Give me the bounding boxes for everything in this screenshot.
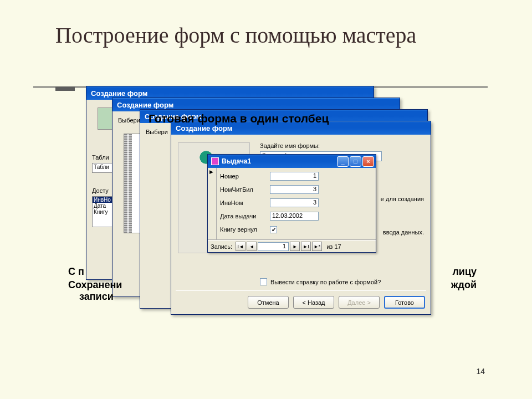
field-row: Книгу вернул ✔: [220, 223, 371, 236]
list-item[interactable]: Книгу: [93, 209, 114, 215]
date-field[interactable]: 12.03.2002: [270, 212, 319, 221]
back-button[interactable]: < Назад: [293, 296, 334, 309]
next-button: Далее >: [339, 296, 380, 309]
wizard4-help-row[interactable]: Вывести справку по работе с формой?: [260, 278, 381, 285]
finish-button[interactable]: Готово: [384, 296, 425, 309]
field-label: Номер: [220, 173, 270, 180]
wizard2-choose-label: Выбери: [118, 117, 140, 124]
field-row: НомЧитБил 3: [220, 183, 371, 196]
field-label: Дата выдачи: [220, 213, 270, 219]
caption-ready-form: Готовая форма в один столбец: [149, 112, 329, 125]
number-field[interactable]: 1: [270, 172, 319, 181]
nav-label: Запись:: [211, 243, 232, 250]
wizard1-fields-list[interactable]: ИнвНо Дата Книгу: [92, 196, 114, 227]
wizard4-name-prompt: Задайте имя формы:: [260, 142, 320, 149]
record-navigation: Запись: I◄ ◄ 1 ► ►I ►* из 17: [208, 240, 376, 252]
form-icon: [211, 157, 219, 165]
field-row: ИнвНом 3: [220, 197, 371, 209]
nav-prev-button[interactable]: ◄: [247, 242, 257, 251]
caption-fragment-right1: лицу: [452, 266, 477, 278]
wizard1-tables-combo[interactable]: Табли: [92, 163, 114, 173]
cancel-button[interactable]: Отмена: [248, 296, 289, 309]
wizard3-choose-label: Выбери: [146, 129, 168, 135]
wizard4-help-label: Вывести справку по работе с формой?: [270, 279, 381, 285]
field-label: Книгу вернул: [220, 226, 270, 233]
close-button[interactable]: ×: [362, 156, 374, 167]
nav-current-field[interactable]: 1: [258, 242, 289, 251]
nav-first-button[interactable]: I◄: [236, 242, 245, 251]
field-label: НомЧитБил: [220, 186, 270, 193]
slide-title: Построение форм с помощью мастера: [55, 22, 416, 49]
inventory-field[interactable]: 3: [270, 198, 319, 207]
returned-checkbox[interactable]: ✔: [270, 226, 277, 233]
caption-fragment-left1: С п: [68, 266, 84, 278]
nav-last-button[interactable]: ►I: [301, 242, 311, 251]
separator: [176, 290, 426, 291]
result-form-titlebar[interactable]: Выдача1 _ □ ×: [208, 155, 376, 168]
maximize-button[interactable]: □: [350, 156, 361, 167]
caption-fragment-right2: ждой: [451, 279, 477, 291]
result-form-title: Выдача1: [222, 157, 251, 165]
nav-total-label: из 17: [326, 243, 341, 250]
field-row: Номер 1: [220, 170, 371, 182]
nav-new-button[interactable]: ►*: [312, 242, 322, 251]
field-row: Дата выдачи 12.03.2002: [220, 210, 371, 222]
page-number: 14: [476, 367, 485, 376]
result-form-window: Выдача1 _ □ × Номер 1 НомЧитБил 3 ИнвНом…: [207, 154, 376, 253]
record-selector[interactable]: [208, 168, 217, 239]
title-bullet: [55, 86, 75, 91]
list-item[interactable]: ИнвНо: [93, 197, 114, 203]
minimize-button[interactable]: _: [337, 156, 349, 167]
field-label: ИнвНом: [220, 200, 270, 206]
list-item[interactable]: Дата: [93, 203, 114, 209]
caption-fragment-left2: Сохранени записи: [68, 279, 122, 303]
wizard1-tables-label: Табли: [92, 154, 109, 161]
checkbox-icon[interactable]: [260, 278, 267, 285]
reader-ticket-field[interactable]: 3: [270, 185, 319, 194]
wizard1-available-label: Досту: [92, 187, 109, 194]
nav-next-button[interactable]: ►: [290, 242, 300, 251]
